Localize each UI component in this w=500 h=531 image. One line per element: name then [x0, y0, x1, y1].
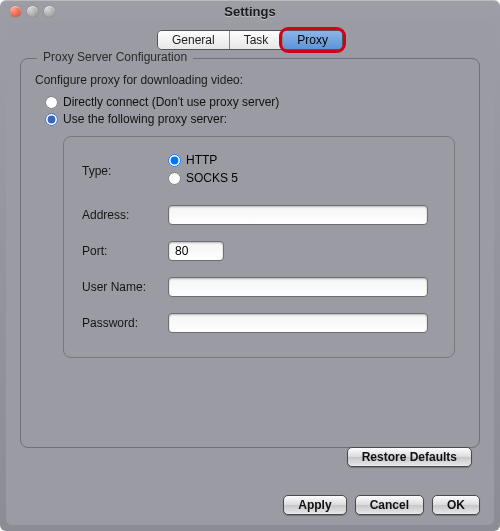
footer-buttons: Apply Cancel OK — [283, 495, 480, 515]
titlebar: Settings — [0, 0, 500, 22]
address-input[interactable] — [168, 205, 428, 225]
field-port: Port: — [82, 241, 436, 261]
radio-socks5-input[interactable] — [168, 172, 181, 185]
radio-type-socks5[interactable]: SOCKS 5 — [168, 171, 436, 185]
radio-use-proxy-input[interactable] — [45, 113, 58, 126]
label-address: Address: — [82, 208, 168, 222]
label-port: Port: — [82, 244, 168, 258]
radio-use-proxy-label: Use the following proxy server: — [63, 112, 227, 126]
field-address: Address: — [82, 205, 436, 225]
radio-http-input[interactable] — [168, 154, 181, 167]
label-type: Type: — [82, 164, 168, 178]
group-title: Proxy Server Configuration — [37, 50, 193, 64]
zoom-icon[interactable] — [44, 6, 55, 17]
radio-direct-label: Directly connect (Don't use proxy server… — [63, 95, 279, 109]
window-controls — [10, 6, 55, 17]
window-title: Settings — [0, 4, 500, 19]
username-input[interactable] — [168, 277, 428, 297]
field-password: Password: — [82, 313, 436, 333]
restore-defaults-button[interactable]: Restore Defaults — [347, 447, 472, 467]
close-icon[interactable] — [10, 6, 21, 17]
tab-proxy[interactable]: Proxy — [283, 31, 342, 49]
group-description: Configure proxy for downloading video: — [35, 73, 465, 87]
radio-http-label: HTTP — [186, 153, 217, 167]
cancel-button[interactable]: Cancel — [355, 495, 424, 515]
proxy-groupbox: Proxy Server Configuration Configure pro… — [20, 58, 480, 448]
field-type: Type: HTTP SOCKS 5 — [82, 153, 436, 189]
content-area: General Task Proxy Proxy Server Configur… — [6, 22, 494, 525]
type-options: HTTP SOCKS 5 — [168, 153, 436, 189]
radio-use-proxy[interactable]: Use the following proxy server: — [45, 112, 465, 126]
radio-direct-connect[interactable]: Directly connect (Don't use proxy server… — [45, 95, 465, 109]
radio-type-http[interactable]: HTTP — [168, 153, 436, 167]
ok-button[interactable]: OK — [432, 495, 480, 515]
tab-bar: General Task Proxy — [20, 30, 480, 50]
field-username: User Name: — [82, 277, 436, 297]
tab-general[interactable]: General — [158, 31, 230, 49]
restore-row: Restore Defaults — [347, 447, 472, 467]
tab-proxy-label: Proxy — [297, 33, 328, 47]
proxy-settings-panel: Type: HTTP SOCKS 5 Address: — [63, 136, 455, 358]
radio-direct-input[interactable] — [45, 96, 58, 109]
minimize-icon[interactable] — [27, 6, 38, 17]
port-input[interactable] — [168, 241, 224, 261]
settings-window: Settings General Task Proxy Proxy Server… — [0, 0, 500, 531]
tab-segment: General Task Proxy — [157, 30, 343, 50]
label-password: Password: — [82, 316, 168, 330]
label-username: User Name: — [82, 280, 168, 294]
tab-task[interactable]: Task — [230, 31, 284, 49]
radio-socks5-label: SOCKS 5 — [186, 171, 238, 185]
apply-button[interactable]: Apply — [283, 495, 346, 515]
password-input[interactable] — [168, 313, 428, 333]
